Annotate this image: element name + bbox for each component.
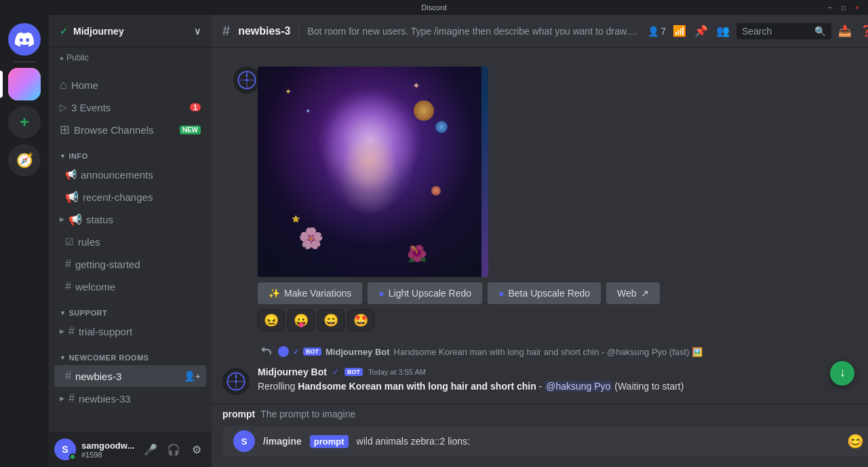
web-button[interactable]: Web ↗ bbox=[606, 282, 660, 304]
server-name: Midjourney bbox=[73, 26, 124, 37]
channel-status[interactable]: ▶ 📢 status bbox=[54, 208, 206, 230]
newcomer-label: NEWCOMER ROOMS bbox=[68, 354, 149, 362]
reaction-star-eyes[interactable]: 🤩 bbox=[347, 310, 374, 331]
reply-icon bbox=[260, 345, 274, 358]
discord-home-button[interactable] bbox=[8, 23, 41, 56]
variations-label: Make Variations bbox=[284, 288, 351, 299]
input-container[interactable]: S /imagine prompt 😊 bbox=[222, 426, 868, 456]
deafen-button[interactable]: 🎧 bbox=[163, 438, 184, 460]
help-icon-button[interactable]: ❓ bbox=[859, 23, 868, 39]
channel-newbies-3[interactable]: # newbies-3 👤+ bbox=[54, 365, 206, 387]
bot-avatar-image[interactable] bbox=[233, 67, 260, 94]
bot-avatar-reroll[interactable] bbox=[222, 368, 250, 395]
beta-upscale-icon: ● bbox=[498, 288, 504, 299]
getting-started-icon: # bbox=[65, 258, 71, 270]
close-button[interactable]: × bbox=[852, 2, 863, 13]
mute-button[interactable]: 🎤 bbox=[140, 438, 161, 460]
header-divider bbox=[298, 23, 299, 39]
channel-header-name: newbies-3 bbox=[238, 25, 290, 37]
channel-trial-support[interactable]: ▶ # trial-support bbox=[54, 320, 206, 342]
section-support[interactable]: ▼ SUPPORT bbox=[49, 298, 212, 320]
support-label: SUPPORT bbox=[68, 309, 107, 317]
rerolling-content: Midjourney Bot ✓ BOT Today at 3:55 AM Re… bbox=[258, 367, 868, 395]
minimize-button[interactable]: − bbox=[825, 2, 835, 13]
reaction-grin[interactable]: 😄 bbox=[317, 310, 344, 331]
channel-recent-changes[interactable]: 📢 recent-changes bbox=[54, 186, 206, 208]
status-label: status bbox=[86, 214, 113, 225]
home-label: Home bbox=[71, 79, 98, 91]
ref-author[interactable]: Midjourney Bot bbox=[326, 347, 390, 357]
ref-avatar bbox=[278, 346, 289, 357]
search-bar[interactable]: Search 🔍 bbox=[736, 23, 831, 39]
make-variations-button[interactable]: ✨ Make Variations bbox=[258, 282, 362, 304]
expand-icon: ▶ bbox=[60, 216, 64, 223]
command-tag: prompt bbox=[310, 435, 349, 448]
angry-emoji: 😖 bbox=[264, 313, 279, 328]
members-icon: 👤 bbox=[648, 26, 659, 37]
inbox-icon-button[interactable]: 📥 bbox=[837, 23, 853, 39]
settings-button[interactable]: ⚙ bbox=[186, 438, 208, 460]
mention-haksung[interactable]: @haksung Pyo bbox=[545, 381, 612, 392]
titlebar-title: Discord bbox=[421, 3, 446, 12]
expand-icon-3: ▶ bbox=[60, 395, 64, 402]
pin-icon-button[interactable]: 📌 bbox=[693, 23, 709, 39]
maximize-button[interactable]: □ bbox=[838, 2, 849, 13]
channel-welcome[interactable]: # welcome bbox=[54, 276, 206, 297]
hash-icon-2: 📢 bbox=[68, 213, 82, 226]
channel-header: # newbies-3 Bot room for new users. Type… bbox=[212, 15, 868, 48]
light-upscale-redo-button[interactable]: ● Light Upscale Redo bbox=[368, 282, 482, 304]
channel-announcements[interactable]: 📢 announcements bbox=[54, 164, 206, 185]
user-avatar[interactable]: S bbox=[54, 438, 76, 460]
add-member-icon[interactable]: 👤+ bbox=[184, 371, 201, 381]
welcome-icon: # bbox=[65, 280, 71, 293]
message-input[interactable] bbox=[357, 436, 839, 447]
announcements-icon: 📢 bbox=[65, 169, 77, 180]
server-status: Public bbox=[66, 53, 89, 62]
active-indicator bbox=[0, 71, 3, 98]
scroll-to-bottom-button[interactable]: ↑ bbox=[830, 361, 854, 386]
server-header[interactable]: ✓ Midjourney ∨ bbox=[49, 15, 212, 48]
beta-upscale-redo-button[interactable]: ● Beta Upscale Redo bbox=[488, 282, 601, 304]
rules-icon: ☑ bbox=[65, 236, 74, 247]
web-label: Web bbox=[617, 288, 637, 299]
emoji-picker-button[interactable]: 😊 bbox=[847, 433, 864, 449]
chevron-down-icon: ∨ bbox=[194, 26, 201, 37]
variations-icon: ✨ bbox=[269, 288, 280, 299]
bold-text: Handsome Korean man with long hair and s… bbox=[298, 381, 536, 392]
discover-servers-button[interactable]: 🧭 bbox=[8, 144, 41, 176]
events-button[interactable]: ▷ 3 Events 1 bbox=[54, 96, 206, 118]
section-info[interactable]: ▼ INFO bbox=[49, 141, 212, 163]
browse-icon: ⊞ bbox=[60, 122, 70, 137]
welcome-label: welcome bbox=[75, 281, 115, 293]
collapse-icon-3: ▼ bbox=[60, 354, 66, 361]
header-icons: 👤 7 📶 📌 👥 Search 🔍 📥 ❓ bbox=[648, 23, 868, 39]
add-server-button[interactable]: + bbox=[8, 106, 41, 138]
server-sidebar: + 🧭 bbox=[0, 15, 49, 467]
reaction-angry[interactable]: 😖 bbox=[258, 310, 285, 331]
main-content: # newbies-3 Bot room for new users. Type… bbox=[212, 15, 868, 467]
reaction-tongue[interactable]: 😛 bbox=[288, 310, 315, 331]
signal-icon-button[interactable]: 📶 bbox=[671, 23, 688, 39]
light-upscale-label: Light Upscale Redo bbox=[389, 288, 471, 299]
message-group-image: 🌸 🌺 ✦ ✦ ✦ ⭐ bbox=[212, 58, 868, 342]
channel-rules[interactable]: ☑ rules bbox=[54, 231, 206, 253]
bot-author-reroll[interactable]: Midjourney Bot bbox=[258, 367, 327, 377]
members-list-button[interactable]: 👥 bbox=[715, 23, 731, 39]
rerolling-timestamp: Today at 3:55 AM bbox=[368, 368, 426, 376]
browse-channels-button[interactable]: ⊞ Browse Channels NEW bbox=[54, 119, 206, 141]
section-newcomer[interactable]: ▼ NEWCOMER ROOMS bbox=[49, 343, 212, 365]
bot-badge-reroll: BOT bbox=[344, 368, 363, 376]
midjourney-server-icon[interactable] bbox=[8, 68, 41, 100]
trial-icon: # bbox=[68, 325, 75, 337]
generated-image[interactable]: 🌸 🌺 ✦ ✦ ✦ ⭐ bbox=[258, 67, 488, 277]
newbies33-icon: # bbox=[68, 392, 75, 405]
prompt-hint-bar: prompt The prompt to imagine bbox=[212, 404, 868, 426]
channel-newbies-33[interactable]: ▶ # newbies-33 bbox=[54, 388, 206, 409]
ref-text: Handsome Korean man with long hair and s… bbox=[394, 347, 703, 357]
channel-getting-started[interactable]: # getting-started bbox=[54, 253, 206, 275]
announcements-label: announcements bbox=[81, 169, 153, 181]
home-button[interactable]: ⌂ Home bbox=[54, 74, 206, 96]
rules-label: rules bbox=[78, 236, 100, 248]
rerolling-header: Midjourney Bot ✓ BOT Today at 3:55 AM bbox=[258, 367, 868, 377]
prompt-label: prompt bbox=[222, 409, 255, 419]
